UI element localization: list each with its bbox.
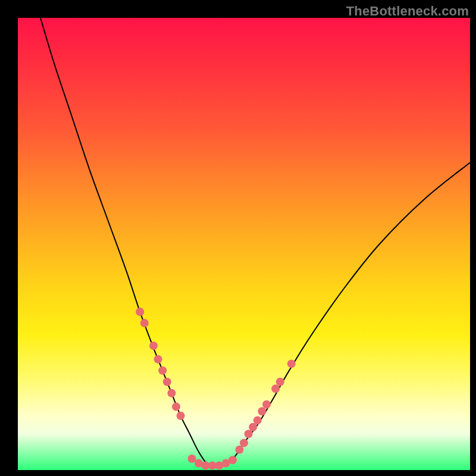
data-marker — [188, 455, 196, 463]
data-marker — [163, 378, 171, 386]
data-marker — [235, 446, 243, 454]
curve-right-curve — [226, 162, 470, 465]
data-marker — [228, 456, 237, 464]
data-marker — [276, 378, 284, 386]
data-marker — [245, 430, 253, 438]
data-marker — [271, 384, 280, 393]
data-marker — [154, 355, 162, 364]
marker-layer — [136, 308, 296, 469]
chart-svg — [18, 18, 470, 470]
curve-left-curve — [40, 18, 208, 465]
data-marker — [140, 319, 149, 327]
data-marker — [253, 416, 262, 424]
data-marker — [167, 389, 176, 397]
chart-frame: TheBottleneck.com — [0, 0, 476, 476]
curve-layer — [40, 18, 470, 465]
data-marker — [177, 412, 185, 420]
data-marker — [262, 400, 271, 409]
data-marker — [158, 367, 167, 375]
data-marker — [258, 407, 266, 415]
watermark-text: TheBottleneck.com — [346, 4, 469, 19]
data-marker — [287, 359, 296, 368]
data-marker — [172, 403, 180, 411]
data-marker — [149, 342, 158, 350]
data-marker — [240, 439, 248, 447]
data-marker — [136, 308, 144, 316]
plot-area — [18, 18, 470, 470]
data-marker — [249, 423, 257, 431]
